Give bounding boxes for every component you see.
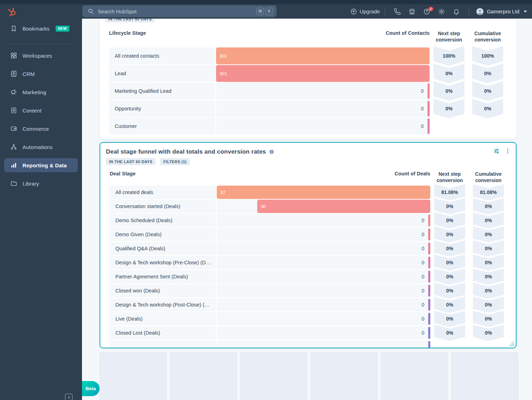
sidebar-item-label: Workspaces [23, 53, 52, 59]
next-step-conversion-chevron: 0% [434, 325, 465, 341]
funnel-row[interactable]: All created deals 37 37 81.08% [110, 186, 504, 199]
funnel-row[interactable]: Live (Deals) 0 0 0% 0% [110, 312, 504, 325]
sidebar-item-crm[interactable]: CRM [4, 67, 78, 81]
settings-button[interactable] [434, 8, 449, 15]
funnel-row[interactable]: Closed won (Deals) 0 0 0% 0 [110, 284, 504, 297]
beta-tag[interactable]: Beta [82, 381, 100, 396]
marketplace-button[interactable] [405, 8, 419, 15]
placeholder-card [100, 352, 166, 400]
funnel-row[interactable]: Conversation started (Deals) 30 30 0% [110, 200, 504, 213]
hubspot-logo[interactable] [7, 7, 17, 17]
next-step-conversion-chevron: 0% [434, 240, 465, 257]
shortcut-key: K [266, 8, 273, 15]
info-icon[interactable] [269, 149, 274, 155]
next-step-conversion-chevron: 81.08% [434, 184, 465, 200]
sidebar-item-content[interactable]: Content [4, 103, 78, 117]
help-button[interactable] [419, 8, 434, 15]
stage-label: Live (Deals) [115, 316, 142, 322]
funnel-bar[interactable]: 37 [217, 186, 430, 199]
count-value: 0 [421, 106, 424, 111]
sidebar-item-automations[interactable]: Automations [4, 140, 78, 154]
collapse-sidebar-button[interactable] [65, 394, 72, 400]
placeholder-card [240, 352, 307, 400]
chevron-left-icon [67, 395, 71, 400]
funnel-row[interactable]: Partner Agreement Sent (Deals) 0 0 0% [110, 270, 504, 283]
funnel-row[interactable]: Opportunity 0 0 0% 0% [109, 100, 503, 117]
stage-label: Customer [115, 123, 137, 129]
funnel-tick [428, 101, 430, 116]
filter-badge[interactable]: IN THE LAST 60 DAYS [106, 158, 156, 165]
funnel-row[interactable]: Design & Tech workshop (Pre-Close) (D… 0… [110, 256, 504, 269]
card-menu-button[interactable] [505, 148, 511, 154]
next-step-conversion-chevron: 0% [434, 226, 465, 243]
funnel-table-header: Lifecycle Stage Count of Contacts Next s… [109, 30, 503, 43]
notification-dot [429, 7, 433, 11]
sidebar-item-commerce[interactable]: Commerce [4, 122, 78, 136]
funnel-row[interactable]: Customer 0 0 [109, 118, 503, 135]
funnel-tick [428, 214, 430, 226]
funnel-bar[interactable]: 301 [216, 47, 430, 64]
card-actions [493, 148, 511, 154]
filter-badge[interactable]: FILTERS (1) [160, 158, 190, 165]
funnel-row[interactable]: Lead 301 301 0% 0% [109, 65, 503, 82]
funnel-row[interactable]: Qualified Q&A (Deals) 0 0 0% [110, 242, 504, 255]
new-badge: NEW [56, 26, 69, 32]
stage-label: Qualified Q&A (Deals) [115, 246, 165, 251]
account-name: Gamerpro Ltd [487, 8, 519, 14]
notifications-button[interactable] [449, 8, 464, 15]
funnel-row[interactable]: Closed Lost (Deals) 0 0 0% [110, 326, 504, 340]
search-shortcut: ⌘K [256, 8, 273, 15]
funnel-row[interactable]: Demo Scheduled (Deals) 0 0 0% [110, 214, 504, 227]
cumulative-conversion-chevron: 0% [472, 99, 503, 118]
funnel-row[interactable]: Demo Given (Deals) 0 0 0% 0 [110, 228, 504, 241]
count-value: 0 [421, 123, 424, 129]
sidebar-item-library[interactable]: Library [4, 176, 78, 191]
bar-value: 37 [220, 190, 225, 195]
stage-label: Demo Scheduled (Deals) [115, 218, 172, 223]
funnel-tick [428, 83, 430, 99]
search-input[interactable]: Search HubSpot ⌘K [82, 5, 277, 17]
sidebar-item-label: Marketing [23, 89, 46, 95]
card-resize-handle[interactable] [508, 341, 514, 346]
next-step-conversion-chevron: 0% [433, 99, 464, 118]
next-step-conversion-chevron: 0% [433, 81, 464, 101]
next-step-conversion-chevron: 0% [434, 311, 465, 327]
workspaces-icon [10, 52, 17, 59]
upgrade-button[interactable]: Upgrade [350, 8, 380, 15]
funnel-bar[interactable]: 30 [257, 200, 430, 213]
count-value: 0 [422, 246, 424, 251]
cumulative-column-header: Cumulative conversion [472, 30, 503, 43]
sidebar-item-marketing[interactable]: Marketing [4, 85, 78, 99]
count-value: 0 [422, 274, 424, 279]
sidebar-item-workspaces[interactable]: Workspaces [4, 49, 78, 63]
stage-label: Opportunity [115, 106, 141, 111]
next-step-column-header: Next step conversion [434, 171, 465, 183]
sliders-icon [493, 148, 500, 154]
gear-icon [438, 8, 445, 15]
card-badges: IN THE LAST 60 DAYSFILTERS (1) [106, 158, 190, 165]
count-value: 0 [422, 260, 424, 265]
upgrade-icon [350, 8, 357, 15]
funnel-row[interactable]: Design & Tech workshop (Post-Close) (… 0… [110, 298, 504, 311]
sidebar-item-reporting-data[interactable]: Reporting & Data [4, 158, 78, 172]
placeholder-card [451, 352, 518, 400]
funnel-bar[interactable]: 301 [216, 65, 430, 82]
next-step-conversion-chevron: 0% [434, 283, 465, 299]
stage-label: Lead [115, 71, 126, 76]
calling-button[interactable] [390, 8, 405, 15]
cumulative-conversion-chevron: 0% [473, 269, 504, 285]
top-header: Search HubSpot ⌘K Upgrade Gamerpro Ltd [82, 4, 532, 19]
crm-icon [10, 70, 17, 77]
next-step-conversion-chevron: 0% [434, 269, 465, 285]
funnel-row[interactable]: All created contacts 301 301 100% [109, 47, 503, 64]
account-menu[interactable]: Gamerpro Ltd [476, 8, 527, 15]
funnel-row[interactable]: Marketing Qualified Lead 0 0 0% [109, 83, 503, 99]
kebab-menu-icon [505, 148, 511, 154]
content-icon [10, 107, 17, 114]
stage-column-header: Deal Stage [110, 171, 136, 176]
sidebar-item-bookmarks[interactable]: Bookmarks NEW [4, 21, 78, 36]
funnel-row[interactable] [110, 340, 504, 348]
stage-label: Partner Agreement Sent (Deals) [115, 274, 188, 279]
filter-settings-button[interactable] [493, 148, 500, 154]
cumulative-conversion-chevron: 0% [473, 212, 504, 228]
